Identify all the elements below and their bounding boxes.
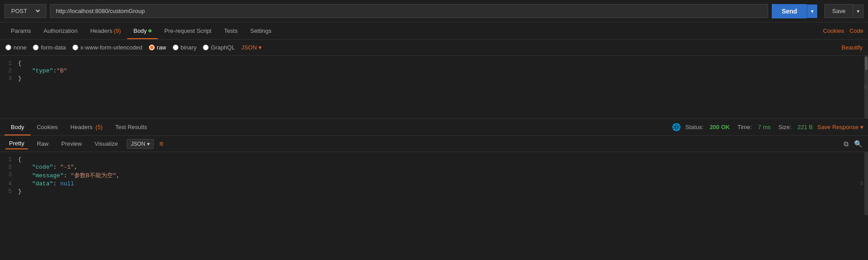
- tab-params[interactable]: Params: [4, 22, 37, 39]
- body-format-selector[interactable]: JSON ▾: [241, 44, 262, 51]
- resp-format-preview[interactable]: Preview: [58, 139, 85, 149]
- resp-line-3: 3 "message": "参数B不能为空",: [0, 171, 868, 180]
- status-value: 200 OK: [710, 124, 730, 130]
- wrap-lines-icon[interactable]: ≡: [159, 140, 163, 148]
- globe-icon[interactable]: 🌐: [672, 123, 681, 131]
- tab-tests[interactable]: Tests: [218, 22, 244, 39]
- status-label: Status:: [685, 124, 705, 130]
- resp-search-icon[interactable]: 🔍: [854, 140, 863, 148]
- resp-line-1: 1 {: [0, 156, 868, 163]
- request-tabs: Params Authorization Headers (9) Body Pr…: [0, 22, 868, 40]
- tab-settings[interactable]: Settings: [244, 22, 277, 39]
- save-btn-group: Save ▾: [824, 4, 864, 18]
- response-tabs-left: Body Cookies Headers (5) Test Results: [4, 119, 153, 135]
- body-dot: [148, 29, 152, 32]
- resp-format-label: JSON: [131, 141, 145, 147]
- method-dropdown[interactable]: POST GET PUT DELETE PATCH: [9, 7, 41, 15]
- body-type-options: none form-data x-www-form-urlencoded raw…: [5, 44, 262, 51]
- save-response-button[interactable]: Save Response ▾: [817, 124, 864, 130]
- radio-none[interactable]: none: [5, 44, 27, 51]
- resp-tab-body[interactable]: Body: [4, 119, 31, 135]
- request-tabs-left: Params Authorization Headers (9) Body Pr…: [4, 22, 277, 39]
- radio-raw[interactable]: raw: [149, 44, 166, 51]
- resp-line-5: 5 }: [0, 188, 868, 195]
- save-response-label: Save Response: [817, 124, 859, 130]
- response-body-editor: 1 { 2 "code": "-1", 3 "message": "参数B不能为…: [0, 152, 868, 215]
- request-body-editor[interactable]: 1 { 2 "type":"B" 3 } ⠿: [0, 56, 868, 119]
- url-input[interactable]: [50, 4, 768, 18]
- resp-resize-handle[interactable]: ⠿: [860, 181, 864, 187]
- body-format-chevron-icon: ▾: [259, 44, 262, 51]
- radio-form-data[interactable]: form-data: [33, 44, 66, 51]
- resp-format-chevron-icon: ▾: [147, 141, 150, 147]
- time-label: Time:: [734, 124, 754, 130]
- headers-badge: (9): [114, 27, 121, 34]
- editor-resize-handle[interactable]: ⠿: [864, 84, 867, 90]
- req-line-1: 1 {: [0, 59, 868, 67]
- resp-headers-badge: (5): [94, 124, 103, 130]
- response-editor-scrollbar[interactable]: [864, 152, 868, 215]
- resp-json-selector[interactable]: JSON ▾: [127, 139, 154, 149]
- send-dropdown-button[interactable]: ▾: [807, 4, 817, 18]
- send-btn-group: Send ▾: [772, 4, 817, 18]
- request-scroll-handle[interactable]: [865, 57, 868, 70]
- tab-authorization[interactable]: Authorization: [37, 22, 84, 39]
- cookies-link[interactable]: Cookies: [823, 27, 844, 34]
- req-line-num-2: 2: [0, 67, 18, 74]
- resp-format-pretty[interactable]: Pretty: [5, 138, 28, 149]
- tab-pre-request[interactable]: Pre-request Script: [158, 22, 218, 39]
- resp-format-visualize[interactable]: Visualize: [91, 139, 121, 149]
- request-tabs-right: Cookies Code: [823, 27, 864, 34]
- req-line-num-3: 3: [0, 75, 18, 82]
- resp-format-raw[interactable]: Raw: [33, 139, 52, 149]
- resp-copy-icon[interactable]: ⧉: [844, 140, 849, 148]
- tab-headers[interactable]: Headers (9): [84, 22, 127, 39]
- url-bar: POST GET PUT DELETE PATCH Send ▾ Save ▾: [0, 0, 868, 22]
- resp-tab-cookies[interactable]: Cookies: [31, 119, 64, 135]
- resp-tab-test-results[interactable]: Test Results: [109, 119, 153, 135]
- req-line-2: 2 "type":"B": [0, 67, 868, 75]
- size-label: Size:: [775, 124, 793, 130]
- save-button[interactable]: Save: [824, 4, 853, 18]
- resp-line-4: 4 "data": null: [0, 180, 868, 188]
- radio-graphql[interactable]: GraphQL: [203, 44, 235, 51]
- response-format-bar: Pretty Raw Preview Visualize JSON ▾ ≡ ⧉ …: [0, 136, 868, 152]
- save-response-chevron-icon: ▾: [860, 124, 864, 130]
- resp-tab-headers[interactable]: Headers (5): [64, 119, 109, 135]
- response-status-area: 🌐 Status: 200 OK Time: 7 ms Size: 221 B …: [672, 123, 864, 131]
- req-line-num-1: 1: [0, 60, 18, 67]
- code-link[interactable]: Code: [850, 27, 864, 34]
- resp-line-2: 2 "code": "-1",: [0, 163, 868, 171]
- method-selector[interactable]: POST GET PUT DELETE PATCH: [4, 4, 46, 18]
- send-button[interactable]: Send: [772, 4, 807, 18]
- beautify-button[interactable]: Beautify: [841, 44, 863, 51]
- req-line-3: 3 }: [0, 75, 868, 82]
- body-type-bar: none form-data x-www-form-urlencoded raw…: [0, 40, 868, 56]
- tab-body[interactable]: Body: [127, 22, 158, 39]
- response-tabs: Body Cookies Headers (5) Test Results 🌐 …: [0, 119, 868, 136]
- resp-right-icons: ⧉ 🔍: [844, 140, 863, 148]
- time-value: 7 ms: [758, 124, 770, 130]
- radio-urlencoded[interactable]: x-www-form-urlencoded: [72, 44, 143, 51]
- save-dropdown-button[interactable]: ▾: [853, 4, 864, 18]
- body-format-label: JSON: [241, 44, 257, 51]
- size-value: 221 B: [797, 124, 813, 130]
- radio-binary[interactable]: binary: [173, 44, 197, 51]
